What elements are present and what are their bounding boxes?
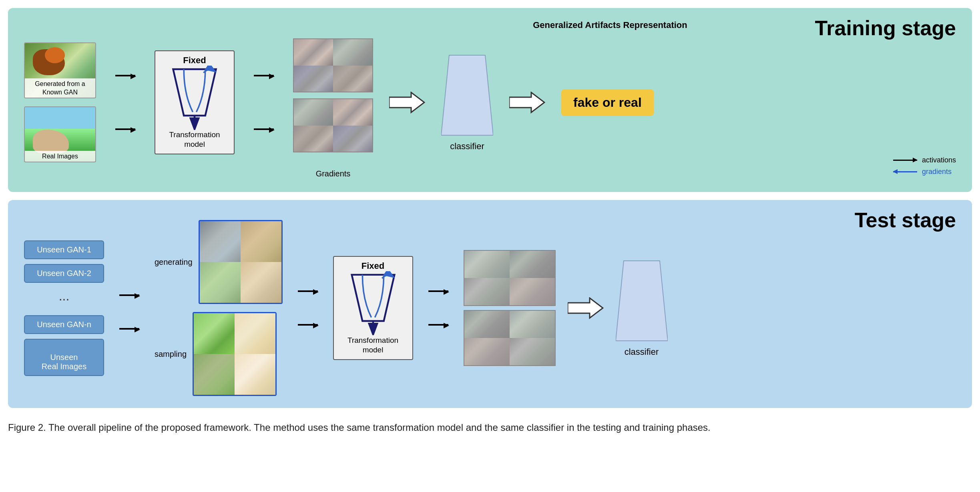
test-big-arrow-container bbox=[568, 297, 604, 319]
classifier-label: classifier bbox=[450, 141, 484, 152]
arrow-1 bbox=[115, 75, 135, 76]
test-gen-row: generating bbox=[155, 220, 283, 304]
test-stage: Test stage Unseen GAN-1 Unseen GAN-2 ···… bbox=[8, 200, 972, 408]
arrow-2 bbox=[115, 128, 135, 130]
arrow-4 bbox=[254, 128, 274, 130]
grad-cell-1 bbox=[294, 39, 333, 66]
fake-or-real-box: fake or real bbox=[561, 89, 654, 116]
training-stage: Training stage Generalized Artifacts Rep… bbox=[8, 8, 972, 192]
arrow-3 bbox=[254, 75, 274, 76]
test-grad-pair-top bbox=[464, 250, 556, 306]
big-arrow-2-svg bbox=[509, 92, 545, 114]
test-img-1 bbox=[200, 221, 241, 262]
transform-bottom-label: Transformation model bbox=[169, 130, 220, 150]
gradient-pair-top bbox=[293, 38, 373, 92]
gradients-arrow-icon bbox=[893, 171, 917, 172]
tg-1 bbox=[464, 251, 510, 278]
test-arrow-3 bbox=[298, 290, 318, 292]
training-arrows-1 bbox=[112, 75, 139, 130]
test-img-7 bbox=[194, 354, 235, 395]
funnel-svg-training bbox=[163, 66, 227, 130]
gan-item-dots: ··· bbox=[24, 288, 104, 310]
svg-marker-6 bbox=[616, 261, 668, 341]
tg-4 bbox=[510, 278, 555, 305]
test-transform-top: Fixed bbox=[361, 261, 384, 271]
generating-label: generating bbox=[155, 258, 193, 267]
test-gan-arrows bbox=[116, 294, 143, 330]
big-arrow-2-container bbox=[509, 92, 545, 114]
test-img-6 bbox=[235, 313, 275, 354]
grad-cell-8 bbox=[333, 126, 372, 152]
gan-item-2: Unseen GAN-2 bbox=[24, 264, 104, 283]
grad-cell-5 bbox=[294, 99, 333, 126]
test-big-arrow-svg bbox=[568, 297, 604, 319]
generated-image-container: Generated from a Known GAN bbox=[24, 42, 96, 98]
tg-7 bbox=[464, 338, 510, 365]
training-content: Generated from a Known GAN Real Images bbox=[24, 38, 956, 166]
test-classifier-label: classifier bbox=[625, 347, 659, 357]
svg-marker-5 bbox=[568, 298, 603, 318]
test-img-8 bbox=[235, 354, 275, 395]
legend-gradients: gradients bbox=[893, 168, 956, 176]
test-img-2 bbox=[241, 221, 281, 262]
classifier-box: classifier bbox=[441, 53, 493, 152]
gar-label: Generalized Artifacts Representation bbox=[533, 20, 687, 30]
test-sample-row: sampling bbox=[155, 312, 283, 396]
generated-label: Generated from a Known GAN bbox=[25, 78, 95, 98]
tg-2 bbox=[510, 251, 555, 278]
activations-label: activations bbox=[922, 156, 956, 164]
tg-6 bbox=[510, 311, 555, 338]
real-image-container: Real Images bbox=[24, 106, 96, 162]
legend: activations gradients bbox=[893, 156, 956, 176]
test-classifier-svg bbox=[616, 259, 668, 343]
caption: Figure 2. The overall pipeline of the pr… bbox=[8, 420, 889, 435]
gan-list: Unseen GAN-1 Unseen GAN-2 ··· Unseen GAN… bbox=[24, 240, 104, 376]
legend-activations: activations bbox=[893, 156, 956, 164]
big-arrow-container bbox=[389, 92, 425, 114]
grad-cell-7 bbox=[294, 126, 333, 152]
grad-cell-2 bbox=[333, 39, 372, 66]
training-arrows-2 bbox=[251, 75, 277, 130]
transform-model-training: Fixed bbox=[155, 50, 235, 154]
test-arrow-6 bbox=[428, 324, 448, 326]
transform-top-label: Fixed bbox=[183, 55, 206, 66]
tg-5 bbox=[464, 311, 510, 338]
test-img-4 bbox=[241, 262, 281, 303]
svg-marker-1 bbox=[389, 92, 424, 112]
svg-marker-2 bbox=[441, 55, 493, 135]
tg-3 bbox=[464, 278, 510, 305]
test-grad-pair-bottom bbox=[464, 310, 556, 366]
grad-cell-3 bbox=[294, 66, 333, 92]
test-title: Test stage bbox=[855, 208, 956, 232]
activations-arrow-icon bbox=[893, 160, 917, 161]
gan-item-real: Unseen Real Images bbox=[24, 339, 104, 376]
svg-marker-3 bbox=[509, 92, 544, 112]
real-image-box: Real Images bbox=[24, 106, 96, 162]
test-classifier-box: classifier bbox=[616, 259, 668, 357]
transform-model-test: Fixed bbox=[333, 256, 413, 360]
gradients-section: Gradients bbox=[293, 38, 373, 166]
test-gradient-images bbox=[464, 250, 556, 366]
sampling-label: sampling bbox=[155, 350, 187, 359]
classifier-svg bbox=[441, 53, 493, 137]
test-img-5 bbox=[194, 313, 235, 354]
test-arrows-3 bbox=[425, 290, 452, 326]
big-arrow-svg bbox=[389, 92, 425, 114]
gradients-legend-label: gradients bbox=[922, 168, 952, 176]
test-content: Unseen GAN-1 Unseen GAN-2 ··· Unseen GAN… bbox=[24, 220, 956, 396]
funnel-svg-test bbox=[341, 271, 405, 335]
grad-cell-6 bbox=[333, 99, 372, 126]
test-img-3 bbox=[200, 262, 241, 303]
test-image-grid-top bbox=[199, 220, 283, 304]
test-image-section: generating sampling bbox=[155, 220, 283, 396]
input-images: Generated from a Known GAN Real Images bbox=[24, 42, 96, 162]
training-title: Training stage bbox=[815, 16, 956, 40]
gan-item-n: Unseen GAN-n bbox=[24, 315, 104, 334]
test-arrows-2 bbox=[295, 290, 321, 326]
real-label: Real Images bbox=[25, 151, 95, 162]
gradients-label: Gradients bbox=[316, 169, 351, 178]
grad-cell-4 bbox=[333, 66, 372, 92]
test-arrow-2 bbox=[119, 328, 139, 330]
gan-item-1: Unseen GAN-1 bbox=[24, 240, 104, 259]
tg-8 bbox=[510, 338, 555, 365]
